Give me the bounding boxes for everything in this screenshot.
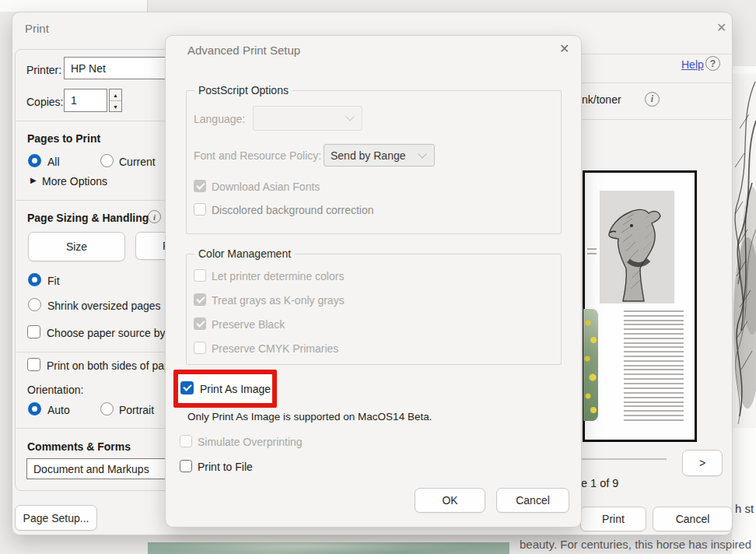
advanced-dialog-close-icon[interactable]: ✕ [559,43,569,55]
radio-fit[interactable] [28,273,41,286]
preserve-cmyk-label: Preserve CMYK Primaries [212,342,338,355]
preserve-black-checkbox [194,317,206,330]
ok-button[interactable]: OK [415,488,485,513]
print-to-file-checkbox[interactable] [180,460,192,472]
radio-portrait[interactable] [100,402,114,416]
advanced-print-setup-dialog: Advanced Print Setup ✕ PostScript Option… [165,35,582,528]
comments-forms-title: Comments & Forms [27,440,131,453]
info-icon[interactable]: i [645,92,660,107]
radio-auto-label: Auto [47,404,70,416]
radio-current[interactable] [100,154,114,167]
advanced-dialog-title: Advanced Print Setup [187,44,300,57]
print-dialog-title: Print [25,22,49,35]
simulate-overprinting-label: Simulate Overprinting [198,436,303,448]
next-page-icon: > [699,457,705,469]
size-button[interactable]: Size [28,232,125,261]
print-button-label: Print [602,513,625,525]
page-setup-label: Page Setup... [23,512,89,524]
comments-forms-value: Document and Markups [33,463,149,475]
radio-shrink[interactable] [28,298,41,311]
print-button[interactable]: Print [580,507,646,531]
print-as-image-note: Only Print As Image is supported on MacO… [187,411,432,423]
background-text-fragment-right: h st [735,502,754,515]
preserve-black-label: Preserve Black [212,318,285,331]
background-document-page: h st [732,66,756,554]
discolored-correction-checkbox[interactable] [194,203,206,216]
copies-label: Copies: [26,96,63,108]
postscript-options-title: PostScript Options [194,84,292,96]
background-text-bottom: beauty. For centuries, this horse has in… [520,538,751,551]
radio-current-label: Current [119,156,156,168]
advanced-cancel-label: Cancel [516,494,550,507]
let-printer-determine-colors-checkbox [194,269,206,282]
stepper-up-icon[interactable]: ▲ [110,89,121,101]
screen: h st beauty. For centuries, this horse h… [0,0,756,554]
preserve-cmyk-checkbox [194,342,206,354]
print-cancel-button[interactable]: Cancel [653,507,733,531]
advanced-cancel-button[interactable]: Cancel [496,488,569,513]
print-preview-page [583,170,697,442]
stepper-down-icon[interactable]: ▼ [110,101,121,112]
ink-toner-label: nk/toner [582,93,621,106]
orientation-label: Orientation: [27,384,83,396]
help-icon[interactable]: ? [705,56,720,71]
radio-auto[interactable] [28,402,41,416]
radio-portrait-label: Portrait [119,404,154,416]
radio-shrink-label: Shrink oversized pages [47,300,161,312]
size-button-label: Size [66,240,87,253]
pages-to-print-title: Pages to Print [27,132,100,145]
copies-value: 1 [71,94,77,107]
page-info: e 1 of 9 [581,477,618,489]
download-asian-fonts-checkbox [194,180,206,192]
next-page-button[interactable]: > [682,450,723,476]
background-page-edge [0,0,148,12]
print-dialog-close-icon[interactable]: ✕ [716,22,726,34]
ok-button-label: OK [442,494,457,507]
copies-stepper[interactable]: ▲ ▼ [109,89,122,112]
more-options-arrow-icon[interactable]: ▶ [30,176,37,184]
preview-paragraph [624,310,684,390]
chevron-down-icon [418,149,426,158]
print-as-image-label: Print As Image [200,383,271,395]
printer-label: Printer: [26,64,61,76]
both-sides-label: Print on both sides of pape [47,359,177,372]
background-photo [148,542,509,554]
help-link[interactable]: Help [681,58,704,71]
preview-flower-image [583,309,598,421]
background-horse-sketch [732,74,756,428]
language-select [253,106,362,131]
print-cancel-label: Cancel [676,513,710,525]
simulate-overprinting-checkbox [180,435,192,447]
treat-grays-checkbox [194,293,206,306]
discolored-correction-label: Discolored background correction [212,204,374,216]
page-sizing-info-icon[interactable]: i [148,210,161,223]
page-sizing-title: Page Sizing & Handling [27,212,149,224]
color-management-title: Color Management [194,247,295,260]
radio-all[interactable] [28,154,41,167]
preview-dog-sketch [600,191,674,303]
copies-input[interactable]: 1 [64,89,107,112]
both-sides-checkbox[interactable] [27,358,40,371]
font-policy-value: Send by Range [331,149,406,162]
language-label: Language: [194,113,245,125]
preview-paragraph [624,392,684,422]
print-as-image-checkbox[interactable] [180,381,194,394]
preview-margin-text [587,248,597,256]
font-policy-label: Font and Resource Policy: [194,149,321,162]
paper-source-label: Choose paper source by PD [47,327,184,339]
let-printer-determine-colors-label: Let printer determine colors [212,270,344,282]
radio-all-label: All [47,156,60,168]
printer-value: HP Net [71,62,106,75]
treat-grays-label: Treat grays as K-only grays [212,294,345,307]
chevron-down-icon [345,112,354,121]
paper-source-checkbox[interactable] [27,325,40,338]
more-options-label[interactable]: More Options [42,175,107,188]
page-setup-button[interactable]: Page Setup... [15,505,97,531]
radio-fit-label: Fit [47,275,60,287]
print-to-file-label: Print to File [198,461,253,473]
download-asian-fonts-label: Download Asian Fonts [212,181,320,193]
preview-scrollbar[interactable] [581,458,667,460]
font-policy-select[interactable]: Send by Range [324,144,435,167]
